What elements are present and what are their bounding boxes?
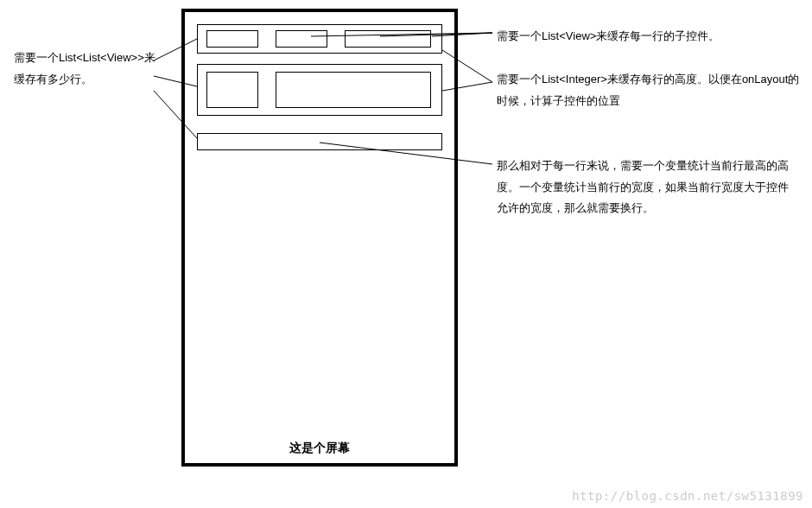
row2-child-1 <box>206 72 258 108</box>
flow-row-2 <box>197 64 442 116</box>
flow-row-1 <box>197 24 442 54</box>
phone-frame: 这是个屏幕 <box>181 9 458 467</box>
row1-child-2 <box>276 30 327 48</box>
screen-label: 这是个屏幕 <box>185 441 454 456</box>
row1-child-1 <box>206 30 258 48</box>
annotation-height-list: 需要一个List<Integer>来缓存每行的高度。以便在onLayout的时候… <box>497 69 808 111</box>
annotation-rows-list: 需要一个List<List<View>>来缓存有多少行。 <box>14 48 161 90</box>
row1-child-3 <box>345 30 431 48</box>
row2-child-2 <box>276 72 431 108</box>
flow-row-3 <box>197 133 442 150</box>
annotation-child-list: 需要一个List<View>来缓存每一行的子控件。 <box>497 26 808 48</box>
annotation-line-wrap: 那么相对于每一行来说，需要一个变量统计当前行最高的高度。一个变量统计当前行的宽度… <box>497 156 799 219</box>
watermark: http://blog.csdn.net/sw5131899 <box>572 489 803 503</box>
